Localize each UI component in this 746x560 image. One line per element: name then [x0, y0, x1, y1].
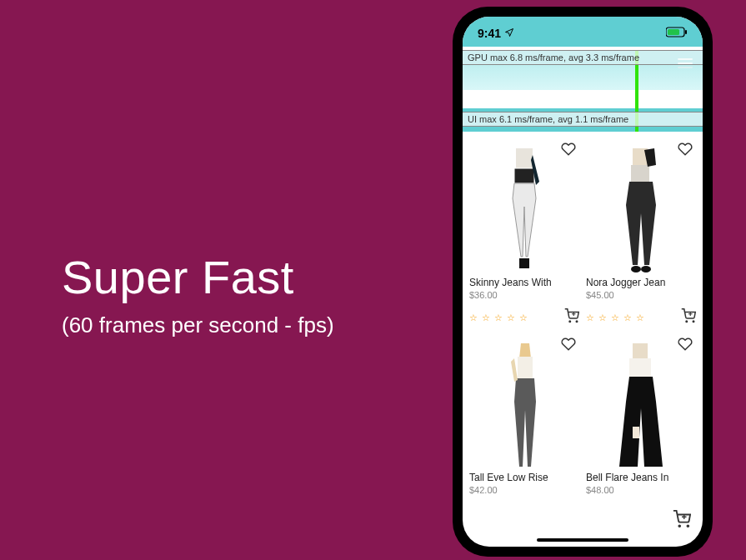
home-indicator[interactable] — [537, 538, 628, 542]
svg-point-7 — [569, 321, 571, 322]
product-card[interactable]: Tall Eve Low Rise $42.00 — [469, 330, 579, 495]
svg-rect-4 — [514, 168, 534, 183]
product-price: $36.00 — [469, 290, 579, 300]
product-card[interactable]: Nora Jogger Jean $45.00 ☆ ☆ ☆ ☆ ☆ — [586, 135, 696, 327]
svg-rect-18 — [633, 427, 639, 438]
product-title: Tall Eve Low Rise — [469, 472, 579, 483]
rating-stars[interactable]: ☆ ☆ ☆ ☆ ☆ — [469, 312, 528, 323]
product-card[interactable]: Bell Flare Jeans In $48.00 — [586, 330, 696, 495]
add-to-cart-icon[interactable] — [564, 308, 579, 327]
heart-icon[interactable] — [561, 142, 576, 160]
ui-perf-row: UI max 6.1 ms/frame, avg 1.1 ms/frame — [463, 112, 703, 127]
svg-rect-17 — [629, 358, 651, 377]
svg-rect-5 — [519, 258, 524, 268]
product-title: Skinny Jeans With — [469, 277, 579, 288]
heart-icon[interactable] — [678, 142, 693, 160]
svg-point-20 — [687, 525, 688, 527]
slide-subtitle: (60 frames per second - fps) — [62, 312, 334, 338]
svg-point-12 — [631, 266, 641, 272]
slide-title: Super Fast — [62, 250, 334, 304]
product-price: $48.00 — [586, 485, 696, 495]
performance-overlay: GPU max 6.8 ms/frame, avg 3.3 ms/frame U… — [463, 50, 703, 132]
battery-icon — [666, 27, 688, 40]
product-title: Bell Flare Jeans In — [586, 472, 696, 483]
svg-point-19 — [678, 525, 680, 527]
rating-stars[interactable]: ☆ ☆ ☆ ☆ ☆ — [586, 312, 645, 323]
svg-point-8 — [576, 321, 578, 322]
svg-rect-10 — [631, 165, 649, 182]
product-card[interactable]: Skinny Jeans With $36.00 ☆ ☆ ☆ ☆ ☆ — [469, 135, 579, 327]
status-bar: 9:41 — [463, 17, 703, 47]
svg-rect-2 — [685, 30, 687, 34]
svg-point-11 — [641, 266, 651, 272]
phone-screen: 9:41 GPU max 6.8 ms/frame, avg 3.3 ms/fr… — [463, 17, 703, 547]
status-time: 9:41 — [478, 27, 501, 40]
heart-icon[interactable] — [678, 337, 693, 355]
svg-rect-15 — [518, 357, 533, 378]
product-price: $42.00 — [469, 485, 579, 495]
add-to-cart-icon[interactable] — [681, 308, 696, 327]
location-arrow-icon — [504, 27, 514, 40]
product-grid[interactable]: Skinny Jeans With $36.00 ☆ ☆ ☆ ☆ ☆ — [463, 132, 703, 495]
svg-point-14 — [693, 321, 694, 322]
product-title: Nora Jogger Jean — [586, 277, 696, 288]
product-price: $45.00 — [586, 290, 696, 300]
heart-icon[interactable] — [561, 337, 576, 355]
svg-rect-1 — [668, 29, 679, 35]
gpu-perf-row: GPU max 6.8 ms/frame, avg 3.3 ms/frame — [463, 50, 703, 65]
svg-rect-6 — [524, 258, 529, 268]
add-to-cart-icon[interactable] — [673, 510, 691, 532]
svg-point-13 — [686, 321, 688, 322]
phone-mockup: 9:41 GPU max 6.8 ms/frame, avg 3.3 ms/fr… — [453, 7, 713, 557]
